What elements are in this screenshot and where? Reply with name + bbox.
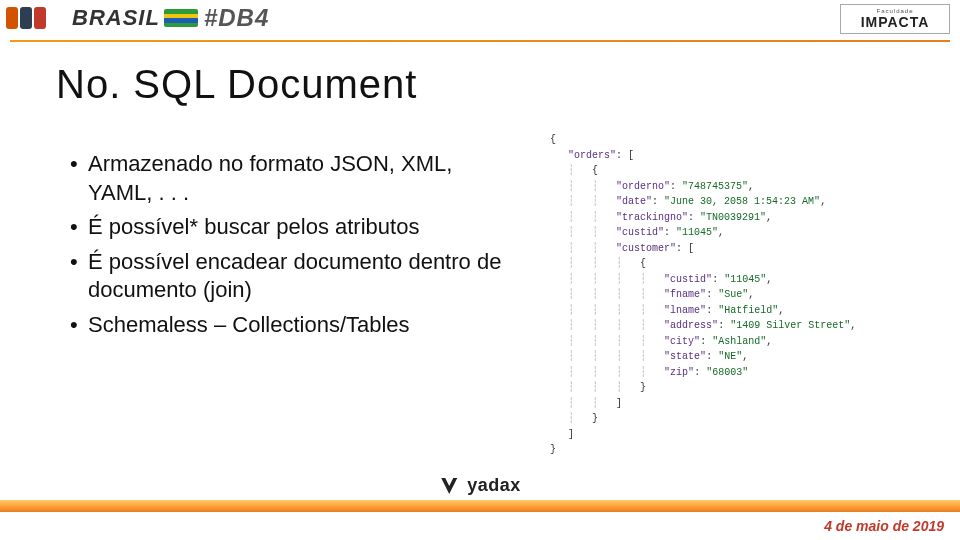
code-key: "date" xyxy=(616,196,652,207)
code-val: "11045" xyxy=(724,274,766,285)
code-key: "zip" xyxy=(664,367,694,378)
bullet-icon xyxy=(70,213,88,242)
code-val: "Hatfield" xyxy=(718,305,778,316)
bullet-list: Armazenado no formato JSON, XML, YAML, .… xyxy=(70,150,510,346)
bullet-text: Armazenado no formato JSON, XML, YAML, .… xyxy=(88,150,510,207)
brazil-flag-icon xyxy=(164,9,198,27)
dba-icon xyxy=(6,5,66,31)
bullet-text: É possível encadear documento dentro de … xyxy=(88,248,510,305)
code-val: "748745375" xyxy=(682,181,748,192)
footer-band xyxy=(0,500,960,512)
code-key: "address" xyxy=(664,320,718,331)
bullet-icon xyxy=(70,311,88,340)
footer-date: 4 de maio de 2019 xyxy=(824,518,944,534)
code-key: "customer" xyxy=(616,243,676,254)
code-val: "1409 Silver Street" xyxy=(730,320,850,331)
list-item: Armazenado no formato JSON, XML, YAML, .… xyxy=(70,150,510,207)
yadax-label: yadax xyxy=(467,475,521,496)
code-key: "lname" xyxy=(664,305,706,316)
svg-marker-0 xyxy=(441,478,457,494)
bullet-text: É possível* buscar pelos atributos xyxy=(88,213,510,242)
yadax-icon xyxy=(439,476,459,496)
bullet-text: Schemaless – Collections/Tables xyxy=(88,311,510,340)
json-example: { "orders": [ ┆ { ┆ ┆ "orderno": "748745… xyxy=(550,132,940,458)
code-key: "orderno" xyxy=(616,181,670,192)
code-key: "custid" xyxy=(664,274,712,285)
list-item: Schemaless – Collections/Tables xyxy=(70,311,510,340)
code-val: "TN0039291" xyxy=(700,212,766,223)
header-divider xyxy=(10,40,950,42)
code-key: "city" xyxy=(664,336,700,347)
brasil-label: BRASIL xyxy=(72,5,160,31)
code-val: "Sue" xyxy=(718,289,748,300)
code-val: "68003" xyxy=(706,367,748,378)
code-key: "state" xyxy=(664,351,706,362)
list-item: É possível* buscar pelos atributos xyxy=(70,213,510,242)
code-key: "fname" xyxy=(664,289,706,300)
brasil-text: BRASIL xyxy=(72,5,198,31)
code-val: "Ashland" xyxy=(712,336,766,347)
code-val: "June 30, 2058 1:54:23 AM" xyxy=(664,196,820,207)
logo-impacta: Faculdade IMPACTA xyxy=(840,4,950,34)
logo-dba-brasil: BRASIL #DB4 xyxy=(6,4,269,32)
code-key: "orders" xyxy=(568,150,616,161)
code-key: "custid" xyxy=(616,227,664,238)
code-key: "trackingno" xyxy=(616,212,688,223)
slide: BRASIL #DB4 Faculdade IMPACTA No. SQL Do… xyxy=(0,0,960,540)
bullet-icon xyxy=(70,150,88,207)
impacta-big: IMPACTA xyxy=(861,14,930,30)
code-val: "NE" xyxy=(718,351,742,362)
slide-title: No. SQL Document xyxy=(56,62,417,107)
list-item: É possível encadear documento dentro de … xyxy=(70,248,510,305)
code-val: "11045" xyxy=(676,227,718,238)
header: BRASIL #DB4 Faculdade IMPACTA xyxy=(0,0,960,40)
footer-logo-yadax: yadax xyxy=(439,475,521,496)
hashtag-db4: #DB4 xyxy=(204,4,269,32)
bullet-icon xyxy=(70,248,88,305)
